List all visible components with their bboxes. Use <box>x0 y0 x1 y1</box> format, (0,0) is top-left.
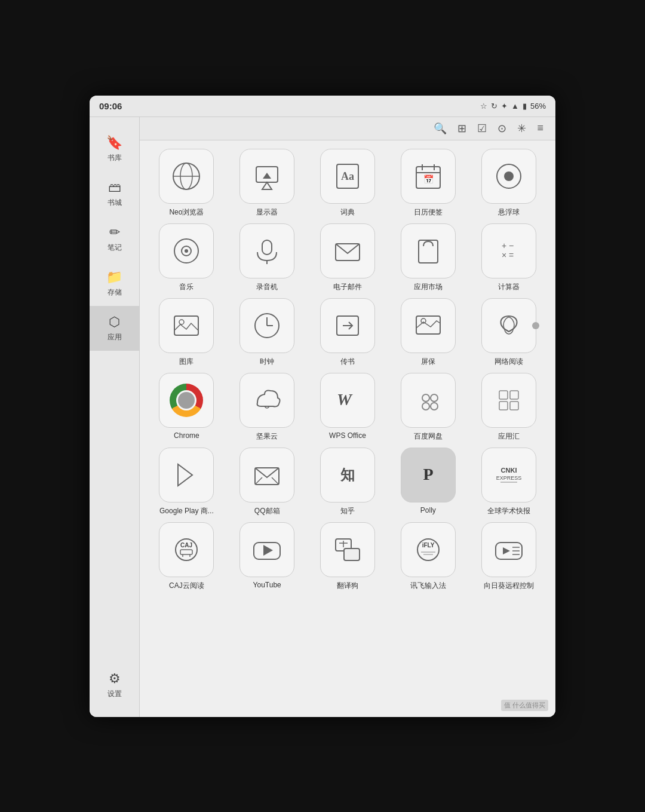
battery-percent: 56% <box>530 102 546 111</box>
search-icon[interactable]: 🔍 <box>434 122 447 135</box>
cnki-icon: CNKI EXPRESS <box>493 459 524 491</box>
app-polly[interactable]: P Polly <box>391 448 465 516</box>
recorder-label: 录音机 <box>256 282 278 292</box>
svg-text:📅: 📅 <box>423 174 434 185</box>
app-dictionary[interactable]: Aa 词典 <box>311 149 385 217</box>
display-icon-wrapper <box>239 149 294 204</box>
app-cnki[interactable]: CNKI EXPRESS 全球学术快报 <box>471 448 546 516</box>
floatball-label: 悬浮球 <box>498 207 520 217</box>
floatball-icon <box>493 161 524 192</box>
app-calculator[interactable]: + − × = 计算器 <box>471 223 546 292</box>
app-transfer[interactable]: 传书 <box>311 298 385 367</box>
music-label: 音乐 <box>179 282 194 292</box>
svg-rect-39 <box>510 391 518 399</box>
fanyi-icon <box>332 534 363 565</box>
main-layout: 🔖 书库 🗃 书城 ✏ 笔记 📁 存储 ⬡ 应用 ⚙ 设置 <box>90 117 555 717</box>
app-neo-browser[interactable]: Neo浏览器 <box>149 149 224 217</box>
sidebar-item-storage[interactable]: 📁 存储 <box>90 261 139 306</box>
app-appstore[interactable]: 应用汇 <box>471 373 546 442</box>
svg-point-14 <box>504 171 514 181</box>
svg-line-44 <box>255 477 262 485</box>
freeze-icon[interactable]: ✳ <box>517 122 526 135</box>
check-icon[interactable]: ☑ <box>477 122 487 135</box>
email-icon-wrapper <box>320 223 375 278</box>
fanyi-icon-wrapper <box>320 522 375 577</box>
qqmail-icon-wrapper <box>239 448 294 502</box>
app-email[interactable]: 电子邮件 <box>311 223 385 292</box>
recorder-icon-wrapper <box>239 223 294 278</box>
svg-rect-38 <box>499 391 508 399</box>
svg-rect-40 <box>499 402 508 410</box>
app-sunflower[interactable]: 向日葵远程控制 <box>471 522 546 591</box>
calendar-label: 日历便签 <box>414 207 443 217</box>
app-recorder[interactable]: 录音机 <box>230 223 305 292</box>
sunflower-icon <box>493 534 524 565</box>
svg-text:+  −: + − <box>502 241 514 250</box>
appstore-icon <box>493 385 524 416</box>
app-clock[interactable]: 时钟 <box>230 298 305 367</box>
app-webreader[interactable]: 网络阅读 <box>471 298 546 367</box>
webreader-label: 网络阅读 <box>494 357 523 367</box>
app-qqmail[interactable]: QQ邮箱 <box>230 448 305 516</box>
content-area: 🔍 ⊞ ☑ ⊙ ✳ ≡ Neo <box>140 117 555 717</box>
sync-icon[interactable]: ⊙ <box>497 122 506 135</box>
app-ifly[interactable]: iFLY 讯飞输入法 <box>391 522 465 591</box>
app-music[interactable]: 音乐 <box>149 223 224 292</box>
app-baidu[interactable]: 百度网盘 <box>391 373 465 442</box>
svg-rect-53 <box>180 550 192 554</box>
svg-rect-24 <box>174 316 198 335</box>
ifly-icon: iFLY <box>413 534 444 565</box>
app-floatball[interactable]: 悬浮球 <box>471 149 546 217</box>
svg-point-36 <box>422 403 429 410</box>
add-icon[interactable]: ⊞ <box>457 122 466 135</box>
status-bar: 09:06 ☆ ↻ ✦ ▲ ▮ 56% <box>90 96 555 117</box>
svg-point-17 <box>185 249 188 253</box>
youtube-icon <box>251 534 282 565</box>
ifly-label: 讯飞输入法 <box>410 581 446 591</box>
menu-icon[interactable]: ≡ <box>537 122 543 134</box>
app-youtube[interactable]: YouTube <box>230 522 305 591</box>
rotate-icon: ↻ <box>491 102 497 111</box>
display-label: 显示器 <box>256 207 278 217</box>
fanyi-label: 翻译狗 <box>337 581 358 591</box>
app-chrome[interactable]: Chrome <box>149 373 224 442</box>
app-display[interactable]: 显示器 <box>230 149 305 217</box>
bookstore-label: 书城 <box>108 198 122 208</box>
market-icon <box>413 235 444 266</box>
app-grid: Neo浏览器 显示器 <box>140 140 555 599</box>
app-calendar[interactable]: 📅 日历便签 <box>391 149 465 217</box>
floatball-icon-wrapper <box>481 149 536 204</box>
app-screensaver[interactable]: 屏保 <box>391 298 465 367</box>
music-icon-wrapper <box>159 223 214 278</box>
app-caj[interactable]: CAJ CAJ云阅读 <box>149 522 224 591</box>
bluetooth-icon: ✦ <box>501 102 508 111</box>
gallery-icon-wrapper <box>159 298 214 353</box>
caj-label: CAJ云阅读 <box>169 581 204 591</box>
apps-icon: ⬡ <box>109 314 120 330</box>
jianguoyun-icon <box>251 385 282 416</box>
library-icon: 🔖 <box>106 135 122 151</box>
app-fanyi[interactable]: 翻译狗 <box>311 522 385 591</box>
baidu-label: 百度网盘 <box>414 431 443 442</box>
sidebar-item-library[interactable]: 🔖 书库 <box>90 127 139 171</box>
storage-label: 存储 <box>108 287 122 298</box>
clock-icon-wrapper <box>239 298 294 353</box>
jianguoyun-label: 坚果云 <box>256 431 278 442</box>
webreader-icon <box>493 310 524 341</box>
app-jianguoyun[interactable]: 坚果云 <box>230 373 305 442</box>
settings-label: 设置 <box>108 689 122 699</box>
cnki-label: 全球学术快报 <box>487 506 530 516</box>
svg-point-34 <box>422 394 429 402</box>
app-googleplay[interactable]: Google Play 商... <box>149 448 224 516</box>
settings-icon: ⚙ <box>109 671 121 687</box>
app-market[interactable]: 应用市场 <box>391 223 465 292</box>
googleplay-label: Google Play 商... <box>159 506 214 516</box>
sidebar-item-notes[interactable]: ✏ 笔记 <box>90 216 139 261</box>
app-gallery[interactable]: 图库 <box>149 298 224 367</box>
sidebar-item-bookstore[interactable]: 🗃 书城 <box>90 171 139 216</box>
sidebar-item-apps[interactable]: ⬡ 应用 <box>90 306 139 351</box>
svg-text:知: 知 <box>340 467 355 483</box>
app-wps[interactable]: W WPS Office <box>311 373 385 442</box>
app-zhihu[interactable]: 知 知乎 <box>311 448 385 516</box>
sidebar-item-settings[interactable]: ⚙ 设置 <box>90 663 139 707</box>
